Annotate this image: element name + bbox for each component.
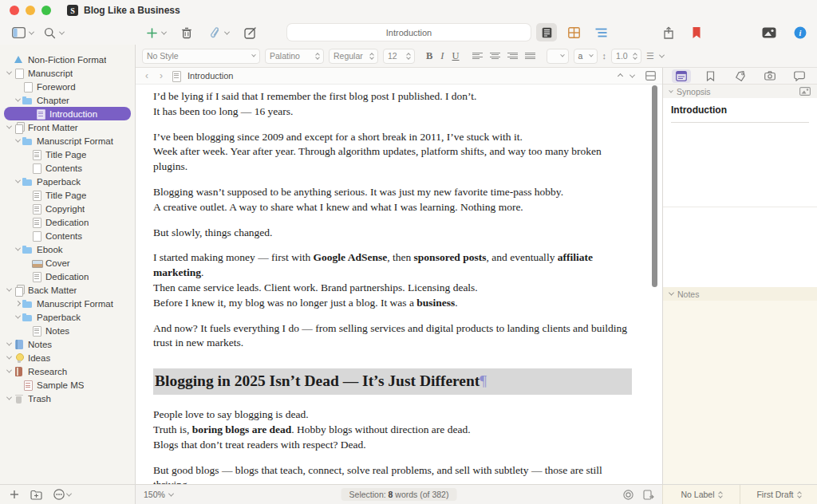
expand-down-icon[interactable] [5,288,14,292]
expand-right-icon[interactable] [14,301,22,305]
line-spacing-select[interactable]: 1.0 [611,49,641,64]
sidebar-item-notes[interactable]: Notes [0,324,135,337]
notes-collapse-icon[interactable] [669,290,674,296]
italic-button[interactable]: I [440,50,444,62]
more-actions-icon[interactable] [53,489,65,500]
view-document-icon[interactable] [536,23,557,41]
expand-down-icon[interactable] [5,369,14,373]
add-folder-icon[interactable] [30,490,42,500]
style-select[interactable]: No Style [142,49,260,64]
sidebar-item-sample-ms[interactable]: Sample MS [0,378,135,392]
expand-down-icon[interactable] [14,179,22,183]
synopsis-collapse-icon[interactable] [669,88,673,93]
status-select[interactable]: First Draft [740,485,817,504]
editor-paragraph[interactable]: I started making money — first with Goog… [153,250,632,310]
list-format-chevron-icon[interactable] [659,52,665,57]
expand-down-icon[interactable] [5,125,14,129]
font-size-select[interactable]: 12 [383,49,415,64]
notes-tab-icon[interactable] [672,69,691,83]
sidebar-item-paperback[interactable]: Paperback [0,175,135,188]
align-right-icon[interactable] [507,52,518,61]
editor-paragraph[interactable]: And now? It fuels everything I do — from… [153,321,632,352]
add-chevron-icon[interactable] [161,29,167,34]
quick-reference-icon[interactable] [643,490,654,500]
sidebar-item-dedication[interactable]: Dedication [0,215,135,229]
synopsis-section-header[interactable]: Synopsis [663,85,817,98]
sidebar-item-contents[interactable]: Contents [0,161,135,175]
sidebar-item-paperback[interactable]: Paperback [0,310,135,324]
sidebar-item-front-matter[interactable]: Front Matter [0,120,135,134]
bold-button[interactable]: B [426,50,432,62]
nav-forward-icon[interactable]: › [156,70,166,81]
bookmark-icon[interactable] [689,24,704,41]
editor-body[interactable]: I’d be lying if I said that I remember t… [136,85,662,484]
sidebar-item-manuscript-format[interactable]: Manuscript Format [0,134,135,148]
underline-button[interactable]: U [452,50,460,62]
notes-section-header[interactable]: Notes [663,287,817,301]
editor-paragraph[interactable]: Blogging wasn’t supposed to be anything … [153,185,632,215]
sidebar-item-dedication[interactable]: Dedication [0,270,135,283]
sidebar-item-non-fiction-format[interactable]: Non-Fiction Format [0,53,135,66]
notes-body[interactable] [663,301,817,484]
sidebar-item-ebook[interactable]: Ebook [0,242,135,256]
add-icon[interactable] [144,24,160,41]
synopsis-image-icon[interactable] [799,87,811,96]
sidebar-toggle-chevron-icon[interactable] [29,29,34,34]
sidebar-item-copyright[interactable]: Copyright [0,202,135,215]
bookmark-tab-icon[interactable] [701,69,720,83]
variant-select[interactable]: Regular [329,49,378,64]
sidebar-item-manuscript[interactable]: Manuscript [0,66,135,80]
sidebar-item-introduction[interactable]: Introduction [4,107,131,120]
sidebar-item-back-matter[interactable]: Back Matter [0,283,135,297]
sidebar-item-foreword[interactable]: Foreword [0,80,135,93]
search-icon[interactable] [41,24,58,41]
add-document-icon[interactable] [10,490,19,499]
snapshot-tab-icon[interactable] [760,69,780,83]
sidebar-item-cover[interactable]: Cover [0,256,135,270]
editor-scrollbar[interactable] [652,85,657,287]
expand-down-icon[interactable] [5,71,14,75]
editor-paragraph[interactable]: But slowly, things changed. [153,226,632,241]
view-outline-icon[interactable] [590,23,611,41]
tag-tab-icon[interactable] [731,69,750,83]
media-icon[interactable] [760,24,779,41]
sidebar-toggle-icon[interactable] [10,24,28,41]
synopsis-body[interactable]: Introduction [663,98,817,207]
next-document-icon[interactable] [630,72,635,77]
editor-paragraph[interactable]: People love to say blogging is dead.Trut… [153,408,632,452]
zoom-window-button[interactable] [41,6,51,15]
expand-down-icon[interactable] [5,396,14,400]
paperclip-icon[interactable] [207,24,223,41]
sidebar-item-ideas[interactable]: Ideas [0,351,135,364]
expand-down-icon[interactable] [14,139,22,143]
search-chevron-icon[interactable] [59,29,65,34]
synopsis-text[interactable]: Introduction [671,104,809,123]
zoom-control[interactable]: 150% [144,490,173,499]
sidebar-item-title-page[interactable]: Title Page [0,188,135,202]
split-editor-icon[interactable] [645,71,656,81]
line-spacing-icon[interactable]: ↕ [602,51,607,61]
sidebar-item-trash[interactable]: Trash [0,392,135,405]
sidebar-item-contents[interactable]: Contents [0,229,135,242]
minimize-window-button[interactable] [26,6,35,15]
sidebar-item-title-page[interactable]: Title Page [0,148,135,161]
paperclip-chevron-icon[interactable] [224,29,230,34]
sidebar-item-research[interactable]: Research [0,364,135,378]
editor-paragraph[interactable]: But good blogs — blogs that teach, conne… [153,463,632,484]
align-justify-icon[interactable] [525,52,535,61]
editor-text[interactable]: I’d be lying if I said that I remember t… [153,89,632,484]
expand-down-icon[interactable] [5,342,14,346]
editor-paragraph[interactable]: I’ve been blogging since 2009 and except… [153,130,632,175]
align-center-icon[interactable] [490,52,500,61]
expand-down-icon[interactable] [14,315,22,319]
sidebar-item-chapter[interactable]: Chapter [0,93,135,107]
document-title-field[interactable]: Introduction [287,24,531,41]
info-icon[interactable]: i [791,24,809,41]
expand-down-icon[interactable] [5,356,14,360]
list-format-icon[interactable]: ☰ [646,51,655,61]
compose-icon[interactable] [242,24,259,41]
expand-down-icon[interactable] [14,98,22,102]
expand-down-icon[interactable] [14,247,22,251]
more-actions-chevron-icon[interactable] [66,490,72,496]
text-color-select[interactable] [547,49,569,64]
